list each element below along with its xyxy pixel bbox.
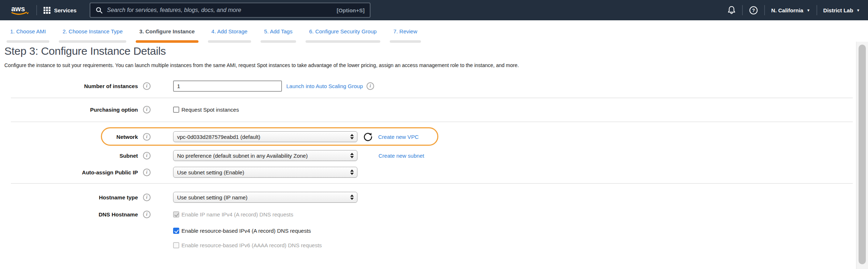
nav-divider [742,5,743,15]
info-icon[interactable]: i [143,152,151,160]
info-icon[interactable]: i [143,169,151,176]
enable-ip-name-ipv4-dns-checkbox [173,211,179,218]
services-label: Services [54,7,77,13]
page-title: Step 3: Configure Instance Details [4,45,166,57]
info-icon[interactable]: i [143,106,151,113]
account-menu[interactable]: District Lab ▼ [823,7,860,13]
info-icon[interactable]: i [367,82,374,90]
region-label: N. California [771,7,803,13]
request-spot-instances-label: Request Spot instances [181,107,239,113]
network-label: Network [0,134,138,140]
services-menu-button[interactable]: Services [44,7,77,14]
refresh-vpc-button[interactable] [363,132,373,142]
vertical-scrollbar-thumb[interactable] [859,45,866,264]
row-resource-based-ipv4-dns: Enable resource-based IPv4 (A record) DN… [0,224,311,237]
account-label: District Lab [823,7,853,13]
section-divider [11,98,853,98]
enable-resource-based-ipv6-dns-checkbox [173,242,179,248]
notifications-bell-button[interactable] [727,5,736,15]
row-dns-hostname: DNS Hostname i Enable IP name IPv4 (A re… [0,208,293,220]
number-of-instances-input[interactable] [173,80,282,92]
bell-icon [727,5,736,15]
search-placeholder: Search for services, features, blogs, do… [107,7,332,13]
enable-resource-based-ipv4-dns-checkbox[interactable] [173,228,179,234]
enable-ip-name-ipv4-dns-label: Enable IP name IPv4 (A record) DNS reque… [181,211,293,218]
select-updown-arrows-icon [350,134,354,140]
tab-add-tags[interactable]: 5. Add Tags [261,28,296,43]
info-icon[interactable]: i [143,211,151,218]
row-purchasing-option: Purchasing option i Request Spot instanc… [0,103,239,116]
hostname-type-select[interactable]: Use subnet setting (IP name) [173,192,357,203]
tab-choose-instance-type[interactable]: 2. Choose Instance Type [59,28,126,43]
info-icon[interactable]: i [143,82,151,90]
request-spot-instances-checkbox[interactable] [173,107,179,113]
subnet-label: Subnet [0,153,138,159]
section-divider [11,183,853,184]
row-network: Network i vpc-0d033d287579eabd1 (default… [0,131,419,143]
aws-logo[interactable]: aws [11,4,30,16]
info-icon[interactable]: i [143,133,151,141]
hostname-type-selected-option: Use subnet setting (IP name) [177,194,247,200]
select-updown-arrows-icon [350,153,354,158]
tab-configure-instance[interactable]: 3. Configure Instance [136,28,198,43]
enable-resource-based-ipv6-dns-label: Enable resource-based IPv6 (AAAA record)… [181,242,322,248]
row-hostname-type: Hostname type i Use subnet setting (IP n… [0,191,357,203]
nav-divider [764,5,765,15]
tab-add-storage[interactable]: 4. Add Storage [208,28,251,43]
help-button[interactable]: ? [749,6,758,15]
tab-configure-security-group[interactable]: 6. Configure Security Group [306,28,380,43]
search-icon [95,7,103,14]
enable-resource-based-ipv4-dns-label: Enable resource-based IPv4 (A record) DN… [181,228,311,234]
chevron-down-icon: ▼ [856,8,860,12]
auto-assign-public-ip-selected-option: Use subnet setting (Enable) [177,169,244,175]
create-new-vpc-link[interactable]: Create new VPC [378,134,419,140]
row-subnet: Subnet i No preference (default subnet i… [0,149,424,162]
nav-divider [816,5,817,15]
top-navigation-bar: aws Services Search for services, featur… [0,0,868,20]
vertical-scrollbar-track[interactable] [856,42,868,269]
tab-review[interactable]: 7. Review [390,28,421,43]
select-updown-arrows-icon [350,170,354,175]
select-updown-arrows-icon [350,195,354,200]
row-number-of-instances: Number of instances i Launch into Auto S… [0,80,374,92]
dns-hostname-label: DNS Hostname [0,211,138,218]
nav-divider [36,5,37,15]
region-selector[interactable]: N. California ▼ [771,7,810,13]
auto-assign-public-ip-select[interactable]: Use subnet setting (Enable) [173,167,357,178]
subnet-select[interactable]: No preference (default subnet in any Ava… [173,150,357,161]
services-grid-icon [44,7,50,14]
subnet-selected-option: No preference (default subnet in any Ava… [177,153,308,159]
page-description: Configure the instance to suit your requ… [4,62,519,68]
question-mark-icon: ? [749,6,758,15]
chevron-down-icon: ▼ [807,8,810,12]
global-search-input[interactable]: Search for services, features, blogs, do… [90,3,370,18]
nav-right-cluster: ? N. California ▼ District Lab ▼ [727,5,860,15]
launch-into-auto-scaling-group-link[interactable]: Launch into Auto Scaling Group [286,83,363,89]
svg-text:?: ? [752,8,755,13]
number-of-instances-label: Number of instances [0,83,138,89]
row-resource-based-ipv6-dns: Enable resource-based IPv6 (AAAA record)… [0,239,322,251]
info-icon[interactable]: i [143,194,151,201]
row-auto-assign-public-ip: Auto-assign Public IP i Use subnet setti… [0,166,357,178]
aws-logo-text: aws [11,5,25,13]
section-divider [11,121,853,122]
tab-choose-ami[interactable]: 1. Choose AMI [7,28,49,43]
hostname-type-label: Hostname type [0,194,138,200]
purchasing-option-label: Purchasing option [0,107,138,113]
create-new-subnet-link[interactable]: Create new subnet [378,153,424,159]
network-selected-option: vpc-0d033d287579eabd1 (default) [177,134,260,140]
auto-assign-public-ip-label: Auto-assign Public IP [0,169,138,175]
wizard-step-tabs: 1. Choose AMI 2. Choose Instance Type 3.… [7,20,421,43]
refresh-icon [363,132,373,142]
search-shortcut-hint: [Option+S] [337,7,365,13]
network-select[interactable]: vpc-0d033d287579eabd1 (default) [173,131,357,142]
